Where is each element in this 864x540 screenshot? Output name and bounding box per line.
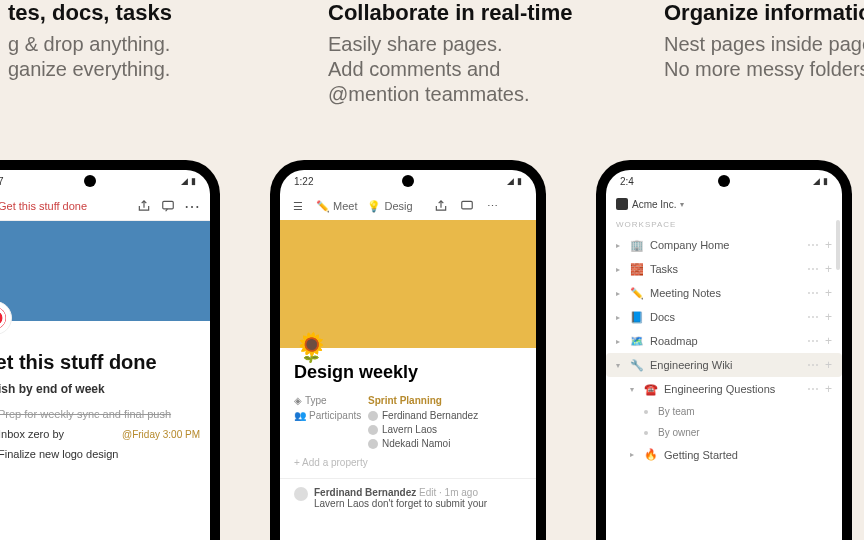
avatar-icon <box>368 411 378 421</box>
feature-sub: g & drop anything. ganize everything. <box>8 32 268 82</box>
tab-label: Meet <box>333 200 357 212</box>
participants-list[interactable]: Ferdinand Bernandez Lavern Laos Ndekadi … <box>368 410 478 449</box>
plus-icon[interactable]: + <box>825 382 832 396</box>
plus-icon[interactable]: + <box>825 310 832 324</box>
chevron-down-icon[interactable]: ▾ <box>616 361 624 370</box>
plus-icon[interactable]: + <box>825 286 832 300</box>
property-row[interactable]: 👥Participants Ferdinand Bernandez Lavern… <box>280 408 536 451</box>
more-icon[interactable]: ⋯ <box>184 198 200 214</box>
chevron-down-icon[interactable]: ▾ <box>630 385 638 394</box>
plus-icon[interactable]: + <box>825 238 832 252</box>
sidebar-subitem-getting-started[interactable]: ▸ 🔥 Getting Started <box>606 443 842 466</box>
chevron-right-icon[interactable]: ▸ <box>616 265 624 274</box>
cover-image[interactable]: 🌻 <box>280 220 536 348</box>
scrollbar-thumb[interactable] <box>836 220 840 270</box>
more-icon[interactable]: ⋯ <box>807 286 819 300</box>
phone-screen: 1:47 ◢ ▮ 🎯 Get this stuff done ⋯ Get thi… <box>0 170 210 540</box>
property-label: ◈Type <box>294 395 358 406</box>
task-row[interactable]: Inbox zero by @Friday 3:00 PM <box>0 424 210 444</box>
workspace-switcher[interactable]: Acme Inc. ▾ <box>606 192 842 216</box>
share-icon[interactable] <box>136 198 152 214</box>
sidebar-view-by-team[interactable]: By team <box>606 401 842 422</box>
avatar-icon <box>368 425 378 435</box>
camera-notch <box>718 175 730 187</box>
comment-icon[interactable] <box>160 198 176 214</box>
feature-col-1: tes, docs, tasks g & drop anything. gani… <box>8 0 268 107</box>
sidebar-item-label: Roadmap <box>650 335 801 347</box>
phone-mockup-3: 2:4 ◢ ▮ Acme Inc. ▾ WORKSPACE ▸ 🏢 Compan… <box>596 160 852 540</box>
bullet-icon <box>644 431 648 435</box>
page-toolbar: 🎯 Get this stuff done ⋯ <box>0 192 210 221</box>
cover-image[interactable] <box>0 221 210 321</box>
share-icon[interactable] <box>433 198 449 214</box>
sunflower-icon[interactable]: 🌻 <box>294 331 329 364</box>
task-row[interactable]: Prep for weekly sync and final push <box>0 404 210 424</box>
participant[interactable]: Ndekadi Namoi <box>368 438 478 449</box>
task-due[interactable]: @Friday 3:00 PM <box>122 429 200 440</box>
comment-row[interactable]: Ferdinand Bernandez Edit · 1m agoLavern … <box>280 478 536 517</box>
sidebar-item-label: Tasks <box>650 263 801 275</box>
page-subtitle[interactable]: Finish by end of week <box>0 382 210 404</box>
more-icon[interactable]: ⋯ <box>807 310 819 324</box>
more-icon[interactable]: ⋯ <box>807 334 819 348</box>
more-icon[interactable]: ⋯ <box>807 262 819 276</box>
more-icon[interactable]: ⋯ <box>807 382 819 396</box>
phone-mockup-1: 1:47 ◢ ▮ 🎯 Get this stuff done ⋯ Get thi… <box>0 160 220 540</box>
sidebar-item-label: Meeting Notes <box>650 287 801 299</box>
tab[interactable]: 💡Desig <box>367 200 412 213</box>
chevron-right-icon[interactable]: ▸ <box>616 337 624 346</box>
chevron-right-icon[interactable]: ▸ <box>630 450 638 459</box>
pencil-icon: ✏️ <box>316 200 330 213</box>
plus-icon[interactable]: + <box>825 262 832 276</box>
sidebar-item-label: Docs <box>650 311 801 323</box>
tab[interactable]: ✏️Meet <box>316 200 357 213</box>
feature-col-3: Organize information Nest pages inside p… <box>664 0 864 107</box>
page-title[interactable]: Get this stuff done <box>0 335 210 382</box>
phone-mockup-2: 1:22 ◢ ▮ ☰ ✏️Meet 💡Desig ⋯ 🌻 Design week… <box>270 160 546 540</box>
sidebar-item-docs[interactable]: ▸ 📘 Docs ⋯ + <box>606 305 842 329</box>
menu-icon[interactable]: ☰ <box>290 198 306 214</box>
chevron-right-icon[interactable]: ▸ <box>616 313 624 322</box>
chevron-right-icon[interactable]: ▸ <box>616 289 624 298</box>
comment-icon[interactable] <box>459 198 475 214</box>
map-icon: 🗺️ <box>630 335 644 348</box>
avatar-icon <box>294 487 308 501</box>
brick-icon: 🧱 <box>630 263 644 276</box>
participant[interactable]: Ferdinand Bernandez <box>368 410 478 421</box>
more-icon[interactable]: ⋯ <box>485 198 501 214</box>
svg-rect-0 <box>163 201 174 209</box>
chevron-right-icon[interactable]: ▸ <box>616 241 624 250</box>
sidebar-item-label: Getting Started <box>664 449 832 461</box>
plus-icon[interactable]: + <box>825 358 832 372</box>
status-time: 1:22 <box>294 176 313 187</box>
tag-icon: ◈ <box>294 395 302 406</box>
pencil-icon: ✏️ <box>630 287 644 300</box>
phone-screen: 1:22 ◢ ▮ ☰ ✏️Meet 💡Desig ⋯ 🌻 Design week… <box>280 170 536 540</box>
feature-col-2: Collaborate in real-time Easily share pa… <box>328 0 604 107</box>
sidebar-subitem-eng-questions[interactable]: ▾ ☎️ Engineering Questions ⋯ + <box>606 377 842 401</box>
task-text: Prep for weekly sync and final push <box>0 408 200 420</box>
property-row[interactable]: ◈Type Sprint Planning <box>280 393 536 408</box>
people-icon: 👥 <box>294 410 306 421</box>
bulb-icon: 💡 <box>367 200 381 213</box>
sidebar-item-roadmap[interactable]: ▸ 🗺️ Roadmap ⋯ + <box>606 329 842 353</box>
sidebar-item-tasks[interactable]: ▸ 🧱 Tasks ⋯ + <box>606 257 842 281</box>
breadcrumb[interactable]: 🎯 Get this stuff done <box>0 200 87 213</box>
status-bar: 1:22 ◢ ▮ <box>280 170 536 192</box>
status-signal-icon: ◢ ▮ <box>181 176 196 186</box>
participant[interactable]: Lavern Laos <box>368 424 478 435</box>
more-icon[interactable]: ⋯ <box>807 358 819 372</box>
sidebar-item-meeting-notes[interactable]: ▸ ✏️ Meeting Notes ⋯ + <box>606 281 842 305</box>
feature-sub: Easily share pages. Add comments and @me… <box>328 32 604 107</box>
add-property-button[interactable]: + Add a property <box>280 451 536 474</box>
task-row[interactable]: Finalize new logo design <box>0 444 210 464</box>
property-value[interactable]: Sprint Planning <box>368 395 442 406</box>
sidebar-item-company-home[interactable]: ▸ 🏢 Company Home ⋯ + <box>606 233 842 257</box>
sidebar-view-by-owner[interactable]: By owner <box>606 422 842 443</box>
more-icon[interactable]: ⋯ <box>807 238 819 252</box>
breadcrumb-tabs: ☰ ✏️Meet 💡Desig ⋯ <box>280 192 536 220</box>
comment-text: Ferdinand Bernandez Edit · 1m agoLavern … <box>314 487 487 509</box>
workspace-name: Acme Inc. <box>632 199 676 210</box>
sidebar-item-engineering-wiki[interactable]: ▾ 🔧 Engineering Wiki ⋯ + <box>606 353 842 377</box>
plus-icon[interactable]: + <box>825 334 832 348</box>
